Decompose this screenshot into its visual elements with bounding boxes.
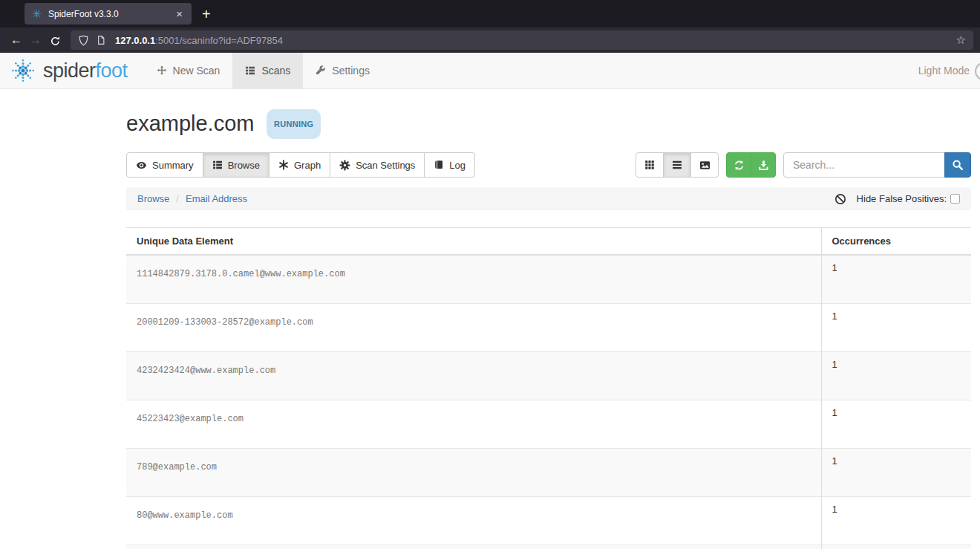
breadcrumb-separator: / [176, 193, 179, 204]
close-icon[interactable]: × [174, 7, 185, 20]
brand-text: spiderfoot [43, 59, 128, 82]
spiderfoot-logo-icon [9, 56, 37, 85]
tab-browse[interactable]: Browse [203, 152, 270, 178]
hide-false-positives-checkbox[interactable] [950, 194, 960, 204]
forward-icon[interactable]: → [26, 34, 45, 46]
page-icon[interactable] [96, 35, 106, 45]
hide-false-positives-label: Hide False Positives: [857, 193, 947, 204]
results-table: Unique Data Element Occurrences 11148428… [126, 227, 971, 549]
image-view-icon [699, 160, 710, 171]
breadcrumb-browse-link[interactable]: Browse [137, 193, 169, 204]
browse-list-icon [212, 160, 223, 170]
table-row[interactable]: 45223423@example.com 1 [126, 400, 971, 448]
url-bar[interactable]: 127.0.0.1:5001/scaninfo?id=ADF97854 ☆ [71, 30, 973, 50]
search-input[interactable] [783, 152, 945, 178]
reload-icon[interactable] [45, 33, 65, 47]
table-row[interactable]: 80@www.example.com 1 [126, 496, 971, 545]
main-nav: New Scan Scans Settings [144, 53, 382, 88]
table-row[interactable]: 789@example.com 1 [126, 448, 971, 496]
tab-title: SpiderFoot v3.3.0 [48, 9, 174, 19]
search-icon [952, 159, 964, 171]
refresh-icon [734, 160, 745, 171]
table-header-row: Unique Data Element Occurrences [126, 228, 971, 256]
download-icon [758, 160, 769, 171]
page-title: example.com [126, 111, 254, 135]
asterisk-icon [278, 160, 289, 170]
spiderfoot-favicon [31, 8, 42, 19]
image-view-button[interactable] [690, 152, 719, 178]
url-path: :5001/scaninfo?id=ADF97854 [155, 35, 283, 46]
table-row[interactable]: 4232423424@www.example.com 1 [126, 351, 971, 400]
tab-scan-settings[interactable]: Scan Settings [330, 152, 425, 178]
column-header-occurrences: Occurrences [821, 228, 971, 256]
url-text: 127.0.0.1:5001/scaninfo?id=ADF97854 [115, 35, 950, 46]
browser-tab[interactable]: SpiderFoot v3.3.0 × [24, 3, 192, 25]
list-view-button[interactable] [663, 152, 691, 178]
table-row[interactable]: 20001209-133003-28572@example.com 1 [126, 303, 971, 351]
app-navbar: spiderfoot New Scan Scans Settings Light… [0, 53, 980, 89]
light-mode-control: Light Mode [918, 53, 970, 88]
tab-log[interactable]: Log [424, 152, 475, 178]
theme-toggle[interactable] [975, 62, 980, 80]
breadcrumb: Browse / Email Address Hide False Positi… [126, 187, 971, 210]
search-button[interactable] [944, 152, 971, 178]
list-view-icon [672, 160, 682, 170]
spiderfoot-logo[interactable]: spiderfoot [0, 53, 137, 88]
action-group [726, 152, 776, 178]
log-book-icon [434, 160, 444, 170]
browser-tab-bar: SpiderFoot v3.3.0 × + [0, 0, 980, 27]
right-controls [636, 152, 971, 178]
controls-row: Summary Browse Graph [126, 152, 971, 178]
ban-icon [834, 193, 846, 205]
shield-icon[interactable] [78, 35, 89, 46]
tab-graph[interactable]: Graph [269, 152, 330, 178]
light-mode-label: Light Mode [918, 65, 970, 77]
scan-view-tabs: Summary Browse Graph [126, 152, 475, 178]
grid-view-button[interactable] [636, 152, 664, 178]
bookmark-star-icon[interactable]: ☆ [956, 33, 966, 47]
nav-item-settings[interactable]: Settings [303, 53, 382, 88]
table-row[interactable]: 1 [126, 545, 971, 549]
nav-item-scans[interactable]: Scans [232, 53, 303, 88]
new-scan-icon [157, 65, 167, 76]
search-group [783, 152, 971, 178]
tab-summary[interactable]: Summary [126, 152, 203, 178]
gear-icon [339, 160, 350, 171]
scans-list-icon [245, 65, 255, 76]
grid-view-icon [644, 160, 655, 170]
column-header-element: Unique Data Element [126, 228, 821, 256]
back-icon[interactable]: ← [7, 34, 26, 46]
export-button[interactable] [751, 152, 776, 178]
hide-false-positives-control: Hide False Positives: [834, 193, 960, 205]
wrench-icon [316, 65, 326, 76]
breadcrumb-current-link[interactable]: Email Address [186, 193, 247, 204]
table-row[interactable]: 1114842879.3178.0.camel@www.example.com … [126, 255, 971, 303]
eye-icon [136, 160, 147, 171]
view-mode-group [636, 152, 719, 178]
title-row: example.com RUNNING [126, 111, 971, 143]
status-badge: RUNNING [267, 109, 321, 139]
browser-toolbar: ← → 127.0.0.1:5001/scaninfo?id=ADF97854 … [0, 27, 980, 53]
new-tab-icon[interactable]: + [202, 7, 211, 22]
refresh-button[interactable] [726, 152, 751, 178]
scan-content: example.com RUNNING Summary Browse [126, 89, 971, 549]
url-host: 127.0.0.1 [115, 35, 155, 46]
nav-item-new-scan[interactable]: New Scan [144, 53, 233, 88]
